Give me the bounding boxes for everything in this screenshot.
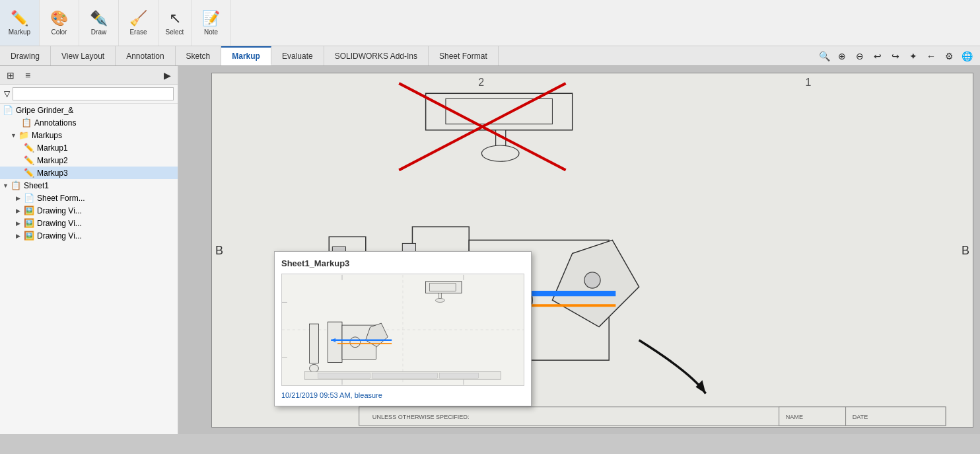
markup-label: Markup	[9, 28, 30, 36]
tab-evaluate[interactable]: Evaluate	[271, 46, 324, 65]
tree-item-markups[interactable]: ▼ 📁 Markups	[0, 129, 178, 141]
tree-item-drawingvi1[interactable]: ▶ 🖼️ Drawing Vi...	[0, 204, 178, 217]
sidebar-filter-row: ▽	[0, 85, 178, 104]
markups-arrow: ▼	[11, 132, 18, 139]
sheet1-icon: 📋	[11, 180, 21, 190]
tab-view-layout[interactable]: View Layout	[51, 46, 116, 65]
svg-point-45	[350, 337, 361, 348]
tree-item-sheetform[interactable]: ▶ 📄 Sheet Form...	[0, 192, 178, 204]
draw-icon: ✒️	[90, 10, 108, 27]
tree-item-drawingvi3[interactable]: ▶ 🖼️ Drawing Vi...	[0, 229, 178, 242]
sheet1-label: Sheet1	[24, 181, 49, 190]
erase-label: Erase	[129, 28, 147, 36]
tree-item-annotations[interactable]: 📋 Annotations	[0, 116, 178, 129]
popup-thumbnail	[281, 274, 524, 386]
globe-icon[interactable]: 🌐	[959, 48, 975, 64]
drawingvi1-label: Drawing Vi...	[37, 206, 82, 215]
svg-rect-51	[318, 373, 370, 378]
tree-item-drawingvi2[interactable]: ▶ 🖼️ Drawing Vi...	[0, 217, 178, 229]
gripe-label: Gripe Grinder_&	[16, 106, 73, 115]
markups-icon: 📁	[18, 130, 29, 140]
erase-tool[interactable]: 🧹 Erase	[119, 0, 158, 46]
main-layout: ⊞ ≡ ▶ ▽ 📄 Gripe Grinder_& 📋 Annotations …	[0, 66, 980, 434]
svg-rect-39	[438, 293, 441, 299]
drawingvi3-icon: 🖼️	[24, 231, 34, 241]
markup3-icon: ✏️	[24, 168, 34, 178]
tree-item-markup2[interactable]: ✏️ Markup2	[0, 154, 178, 167]
svg-rect-41	[310, 324, 319, 363]
markup2-icon: ✏️	[24, 155, 34, 165]
markup-icon: ✏️	[11, 10, 28, 27]
svg-rect-43	[328, 322, 342, 362]
color-tool[interactable]: 🎨 Color	[40, 0, 79, 46]
color-icon: 🎨	[50, 10, 68, 27]
tab-bar: Drawing View Layout Annotation Sketch Ma…	[0, 46, 980, 66]
drawingvi2-label: Drawing Vi...	[37, 219, 82, 228]
sidebar-list-icon[interactable]: ≡	[20, 67, 36, 83]
drawingvi1-icon: 🖼️	[24, 206, 34, 215]
gripe-icon: 📄	[3, 105, 13, 115]
markup-tool[interactable]: ✏️ Markup	[0, 0, 40, 46]
tree-item-gripe[interactable]: 📄 Gripe Grinder_&	[0, 104, 178, 116]
settings-icon[interactable]: ⚙	[941, 48, 957, 64]
color-label: Color	[52, 28, 67, 36]
note-icon: 📝	[202, 10, 220, 27]
popup-title: Sheet1_Markup3	[281, 258, 524, 268]
markup1-label: Markup1	[37, 143, 68, 153]
select-label: Select	[166, 28, 184, 36]
back-icon[interactable]: ←	[923, 48, 939, 64]
svg-text:NAME: NAME	[786, 414, 803, 420]
redo-icon[interactable]: ↪	[888, 48, 903, 64]
tree-item-markup3[interactable]: ✏️ Markup3	[0, 167, 178, 179]
erase-icon: 🧹	[129, 10, 147, 27]
sidebar-expand-icon[interactable]: ▶	[159, 67, 175, 83]
tab-markup[interactable]: Markup	[221, 46, 271, 65]
sidebar-toolbar: ⊞ ≡ ▶	[0, 66, 178, 85]
markup2-label: Markup2	[37, 156, 68, 165]
sheetform-icon: 📄	[24, 193, 34, 203]
svg-point-42	[310, 364, 319, 372]
draw-label: Draw	[91, 28, 106, 36]
svg-rect-52	[372, 373, 438, 378]
markup3-label: Markup3	[37, 169, 68, 178]
tab-annotation[interactable]: Annotation	[116, 46, 175, 65]
filter-icon-sidebar: ▽	[4, 89, 10, 98]
search-icon[interactable]: 🔍	[816, 48, 832, 64]
note-tool[interactable]: 📝 Note	[192, 0, 231, 46]
tab-sketch[interactable]: Sketch	[176, 46, 222, 65]
note-label: Note	[204, 28, 218, 36]
markup1-icon: ✏️	[24, 143, 34, 153]
sidebar-grid-icon[interactable]: ⊞	[3, 67, 18, 83]
svg-rect-1	[446, 98, 553, 124]
main-toolbar: ✏️ Markup 🎨 Color ✒️ Draw 🧹 Erase ↖ Sele…	[0, 0, 980, 46]
sheetform-arrow: ▶	[16, 195, 24, 202]
sheetform-label: Sheet Form...	[37, 194, 85, 203]
popup-thumb-svg	[282, 274, 524, 385]
drawingvi2-arrow: ▶	[16, 220, 24, 227]
sidebar-filter-input[interactable]	[13, 87, 174, 100]
drawingvi2-icon: 🖼️	[24, 218, 34, 228]
canvas-area[interactable]: 2 1 B B	[178, 66, 980, 434]
drawingvi3-arrow: ▶	[16, 233, 24, 239]
tab-solidworks-addins[interactable]: SOLIDWORKS Add-Ins	[324, 46, 429, 65]
select-icon: ↖	[169, 10, 181, 27]
tab-sheet-format[interactable]: Sheet Format	[429, 46, 499, 65]
svg-text:DATE: DATE	[853, 414, 868, 420]
tab-drawing[interactable]: Drawing	[0, 46, 51, 65]
popup-timestamp: 10/21/2019 09:53 AM, bleasure	[281, 391, 524, 399]
markup-popup: Sheet1_Markup3	[274, 251, 532, 406]
tree-item-markup1[interactable]: ✏️ Markup1	[0, 141, 178, 154]
undo-icon[interactable]: ↩	[870, 48, 886, 64]
zoom-in-icon[interactable]: ⊕	[834, 48, 850, 64]
draw-tool[interactable]: ✒️ Draw	[79, 0, 119, 46]
select-tool[interactable]: ↖ Select	[158, 0, 192, 46]
drawingvi3-label: Drawing Vi...	[37, 231, 82, 241]
drawingvi1-arrow: ▶	[16, 208, 24, 214]
sheet1-arrow: ▼	[3, 182, 11, 189]
zoom-out-icon[interactable]: ⊖	[852, 48, 868, 64]
annotations-icon: 📋	[21, 118, 32, 128]
svg-text:UNLESS OTHERWISE SPECIFIED:: UNLESS OTHERWISE SPECIFIED:	[372, 414, 470, 420]
markups-label: Markups	[32, 131, 62, 140]
tree-item-sheet1[interactable]: ▼ 📋 Sheet1	[0, 179, 178, 192]
filter-icon[interactable]: ✦	[905, 48, 921, 64]
